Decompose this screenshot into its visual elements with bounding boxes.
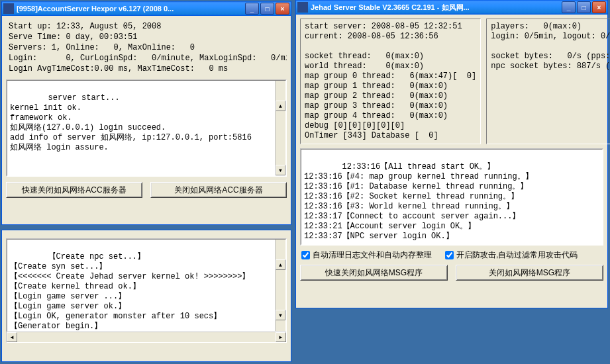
scroll-right-icon[interactable]: ▶ (276, 332, 286, 342)
log-content: 12:33:16【All thread start OK。】 12:33:16【… (304, 162, 533, 241)
scrollbar-vertical[interactable]: ▲ ▼ (275, 81, 285, 175)
titlebar[interactable]: Jehad Server Stable V2.3665 C2.191 - 如风网… (296, 0, 607, 15)
scroll-down-icon[interactable]: ▼ (276, 165, 285, 175)
app-icon (297, 2, 308, 13)
quick-close-acc-button[interactable]: 快速关闭如风网络ACC服务器 (6, 182, 142, 198)
close-button[interactable]: × (276, 3, 289, 15)
scroll-up-icon[interactable]: ▲ (276, 259, 285, 270)
log-content: server start... kernel init ok. framewor… (10, 93, 252, 152)
maximize-button[interactable]: □ (260, 3, 274, 15)
window-title: Jehad Server Stable V2.3665 C2.191 - 如风网… (311, 3, 562, 13)
checkbox-input[interactable] (301, 251, 310, 259)
minimize-button[interactable]: _ (562, 1, 576, 13)
close-msg-button[interactable]: 关闭如风网络MSG程序 (456, 265, 603, 281)
quick-close-msg-button[interactable]: 快速关闭如风网络MSG程序 (300, 265, 448, 281)
scroll-left-icon[interactable]: ◀ (7, 332, 17, 342)
account-server-window: [9958]AccountServer Hexpor v6.127 (2008 … (1, 1, 291, 225)
minimize-button[interactable]: _ (245, 3, 259, 15)
scroll-up-icon[interactable]: ▲ (276, 101, 285, 111)
maximize-button[interactable]: □ (577, 1, 591, 13)
app-icon (3, 3, 14, 14)
window-title: [9958]AccountServer Hexpor v6.127 (2008 … (17, 5, 245, 13)
defense-checkbox[interactable]: 开启防攻击,自动过滤常用攻击代码 (445, 250, 578, 261)
server-stats-right: players: 0(max:0) login: 0/5min, logout:… (486, 19, 610, 144)
log-textarea[interactable]: 12:33:16【All thread start OK。】 12:33:16【… (301, 149, 603, 245)
checkbox-label: 自动清理日志文件和自动内存整理 (313, 250, 432, 261)
checkbox-input[interactable] (445, 251, 454, 259)
titlebar[interactable]: [9958]AccountServer Hexpor v6.127 (2008 … (2, 1, 291, 16)
jehad-server-window: Jehad Server Stable V2.3665 C2.191 - 如风网… (295, 0, 608, 308)
close-acc-button[interactable]: 关闭如风网络ACC服务器 (150, 182, 287, 198)
checkbox-label: 开启防攻击,自动过滤常用攻击代码 (456, 250, 578, 261)
close-button[interactable]: × (592, 1, 606, 13)
scrollbar-vertical[interactable]: ▲ ▼ (275, 240, 285, 331)
game-server-log-window: 【Create npc set...】 【Create syn set...】 … (1, 230, 291, 362)
server-info: Start up: 12:33, August 05, 2008 Serve T… (6, 20, 287, 75)
server-stats-left: start server: 2008-08-05 12:32:51 curren… (300, 19, 481, 144)
log-content: 【Create npc set...】 【Create syn set...】 … (10, 252, 250, 331)
scrollbar-horizontal[interactable]: ◀ ▶ (7, 332, 286, 342)
scroll-down-icon[interactable]: ▼ (276, 310, 285, 320)
auto-clean-checkbox[interactable]: 自动清理日志文件和自动内存整理 (301, 250, 432, 261)
log-textarea[interactable]: server start... kernel init ok. framewor… (7, 80, 286, 176)
log-textarea[interactable]: 【Create npc set...】 【Create syn set...】 … (7, 239, 286, 332)
